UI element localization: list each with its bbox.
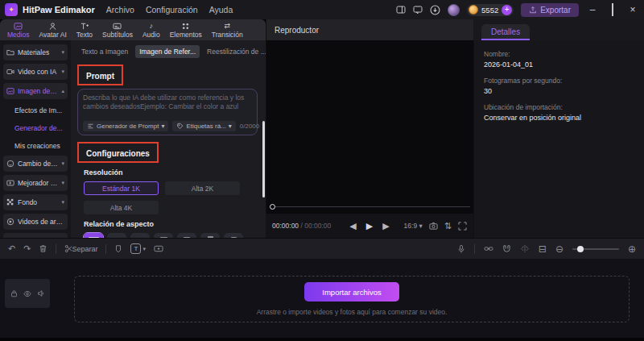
- delete-icon[interactable]: [39, 244, 47, 253]
- tab-texto[interactable]: Texto: [72, 21, 97, 40]
- toolbar-divider: [105, 244, 106, 254]
- tab-detalles[interactable]: Detalles: [481, 24, 530, 40]
- sidebar-item-video-con-ia[interactable]: Video con IA ▾: [3, 64, 68, 80]
- import-dropzone[interactable]: Importar archivos Arrastre o importe vid…: [74, 276, 630, 322]
- tab-subtitulos[interactable]: Subtítulos: [98, 21, 137, 40]
- text-tool-button[interactable]: T ▾: [130, 243, 146, 254]
- export-button[interactable]: Exportar: [521, 3, 579, 17]
- undo-icon[interactable]: ↶: [8, 244, 15, 253]
- detail-value-ubicacion: Conservar en posición original: [484, 114, 634, 122]
- sidebar-subitem-efectos[interactable]: Efectos de Im...: [3, 102, 68, 118]
- text-icon: [80, 22, 89, 31]
- tab-label: Texto: [76, 31, 93, 39]
- video-enhance-icon: [6, 179, 14, 187]
- hide-track-icon[interactable]: [23, 290, 31, 297]
- sidebar-item-imagen-de-ia[interactable]: Imagen de IA ▴: [3, 83, 68, 99]
- magnet-icon[interactable]: [502, 244, 511, 253]
- next-frame-button[interactable]: ▶: [382, 222, 389, 231]
- mirror-icon[interactable]: [520, 244, 530, 253]
- prompt-generator-label: Generador de Prompt: [97, 123, 159, 130]
- tab-elementos[interactable]: Elementos: [166, 21, 206, 40]
- resolution-option-estandar-1k[interactable]: Estándar 1K: [84, 181, 159, 195]
- tab-transicion[interactable]: ⇄ Transición: [208, 21, 247, 40]
- time-total: 00:00:00: [304, 222, 331, 230]
- lock-track-icon[interactable]: [10, 289, 18, 297]
- tab-avatar-ai[interactable]: Avatar AI: [35, 21, 70, 40]
- snapshot-icon[interactable]: [429, 222, 438, 231]
- generator-mode-tabs: Texto a Imagen Imagen de Refer... Reesti…: [77, 45, 258, 58]
- link-icon[interactable]: [484, 244, 493, 253]
- tab-texto-a-imagen[interactable]: Texto a Imagen: [77, 45, 132, 58]
- tab-medios[interactable]: Medios: [3, 21, 33, 40]
- player-seekbar[interactable]: [270, 204, 470, 210]
- audio-icon: ♪: [150, 22, 154, 31]
- menu-ayuda[interactable]: Ayuda: [209, 5, 233, 15]
- sidebar-item-cambio-de-rostro[interactable]: Cambio de ro... ▾: [3, 156, 68, 172]
- fit-timeline-icon[interactable]: ⊟: [539, 244, 547, 254]
- coins-badge[interactable]: 5552 +: [467, 4, 514, 16]
- zoom-out-icon[interactable]: ⊖: [555, 244, 564, 254]
- aspect-ratio-value: 16:9: [404, 222, 418, 230]
- import-files-button[interactable]: Importar archivos: [304, 282, 399, 301]
- time-display: 00:00:00 / 00:00:00: [272, 222, 331, 230]
- seekbar-track: [270, 206, 470, 207]
- aspect-ratio-dropdown[interactable]: 16:9 ▾: [404, 222, 423, 230]
- previous-frame-button[interactable]: ◀: [349, 222, 356, 231]
- sidebar-item-label: Fondo: [18, 198, 58, 206]
- minimize-button[interactable]: –: [586, 3, 599, 16]
- resolution-label: Resolución: [84, 168, 258, 177]
- download-icon[interactable]: [430, 5, 440, 15]
- resolution-option-alta-4k[interactable]: Alta 4K: [84, 201, 159, 214]
- elements-icon: [181, 22, 190, 31]
- user-avatar[interactable]: [448, 4, 460, 16]
- sidebar-item-fondo[interactable]: Fondo ▾: [3, 194, 68, 210]
- video-camera-icon: [6, 68, 14, 76]
- timeline-zoom-slider[interactable]: [572, 248, 619, 250]
- tab-label: Audio: [142, 31, 160, 39]
- resize-icon[interactable]: ⇅: [444, 222, 452, 231]
- feedback-icon[interactable]: [413, 5, 423, 15]
- prompt-generator-button[interactable]: Generador de Prompt ▾: [83, 121, 168, 131]
- seekbar-knob[interactable]: [270, 204, 275, 210]
- fullscreen-icon[interactable]: [458, 222, 467, 231]
- panel-scrollbar[interactable]: [262, 121, 265, 198]
- freeze-frame-icon[interactable]: [154, 244, 163, 253]
- tab-label: Transición: [212, 31, 243, 39]
- chevron-down-icon: ▾: [61, 49, 64, 56]
- sidebar-subitem-mis-creaciones[interactable]: Mis creaciones: [3, 138, 68, 153]
- transition-icon: ⇄: [224, 22, 230, 31]
- record-voice-icon[interactable]: [457, 244, 465, 254]
- media-icon: [14, 22, 23, 31]
- logo-glyph: ✦: [8, 6, 14, 14]
- menu-archivo[interactable]: Archivo: [106, 5, 134, 15]
- play-button[interactable]: ▶: [366, 222, 373, 231]
- player-viewport[interactable]: [266, 40, 473, 214]
- resolution-option-alta-2k[interactable]: Alta 2K: [165, 181, 240, 195]
- tab-imagen-de-referencia[interactable]: Imagen de Refer...: [135, 45, 200, 58]
- zoom-slider-knob[interactable]: [577, 246, 584, 252]
- char-counter: 0/2000: [240, 123, 259, 130]
- tab-reestilizacion[interactable]: Reestilización de ...: [203, 45, 270, 58]
- zoom-in-icon[interactable]: ⊕: [628, 244, 636, 254]
- mute-track-icon[interactable]: [37, 289, 45, 297]
- player-controls: 00:00:00 / 00:00:00 ◀ ▶ ▶ 16:9 ▾ ⇅: [266, 214, 473, 238]
- sidebar-item-videos-de-archivo[interactable]: Videos de archivo: [3, 214, 68, 230]
- detail-label-nombre: Nombre:: [484, 50, 634, 58]
- tab-audio[interactable]: ♪ Audio: [138, 21, 164, 40]
- sidebar-item-materiales[interactable]: Materiales ▾: [3, 44, 68, 60]
- quick-tags-button[interactable]: Etiquetas rá... ▾: [172, 121, 235, 131]
- tab-label: Elementos: [170, 31, 202, 39]
- split-button[interactable]: Separar: [64, 244, 97, 253]
- prompt-input[interactable]: [83, 94, 252, 121]
- sidebar-subitem-generador[interactable]: Generador de...: [3, 120, 68, 135]
- timeline-area[interactable]: Importar archivos Arrastre o importe vid…: [0, 259, 644, 338]
- panel-layout-icon[interactable]: [396, 5, 406, 15]
- redo-icon[interactable]: ↷: [23, 244, 31, 253]
- add-coins-button[interactable]: +: [502, 5, 512, 15]
- subtitles-icon: [113, 22, 122, 31]
- close-button[interactable]: ×: [626, 3, 639, 16]
- sidebar-item-mejorador[interactable]: Mejorador d... ▾: [3, 175, 68, 191]
- marker-icon[interactable]: [114, 244, 122, 253]
- maximize-button[interactable]: [606, 3, 619, 16]
- menu-configuracion[interactable]: Configuración: [146, 5, 198, 15]
